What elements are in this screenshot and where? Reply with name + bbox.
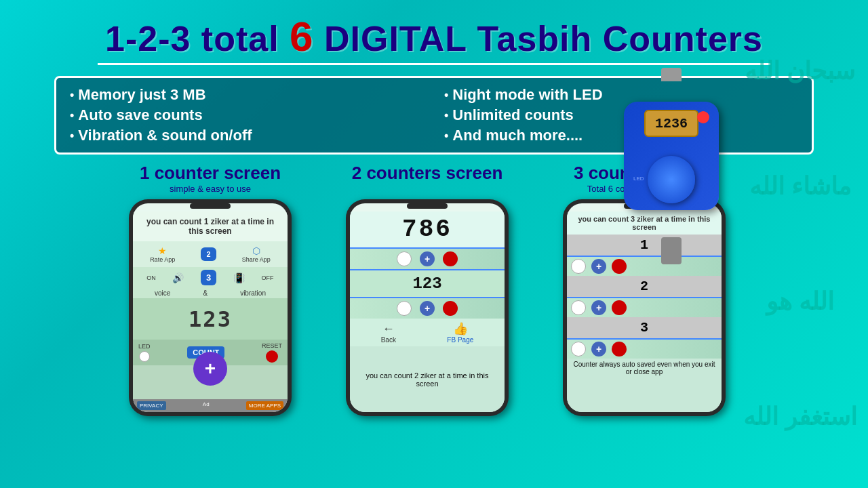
screen3-white-circle-3[interactable]	[571, 342, 586, 357]
title-underline	[98, 63, 770, 65]
screen3-display-3: 3	[567, 317, 722, 338]
privacy-button[interactable]: PRIVACY	[137, 401, 166, 410]
device-count-button[interactable]	[648, 156, 695, 203]
screen2-row1: +	[350, 247, 505, 269]
screen3-number-2: 2	[567, 279, 722, 294]
feature-text-1: Memory just 3 MB	[78, 86, 205, 104]
plus-button[interactable]: +	[193, 352, 227, 386]
led-label: LED	[138, 343, 151, 350]
screen2-plus-btn-2[interactable]: +	[420, 301, 435, 316]
screen3-plus-btn-3[interactable]: +	[591, 342, 606, 357]
feature-text-3: Vibration & sound on/off	[78, 127, 252, 144]
on-label: ON	[146, 274, 156, 281]
bullet-6: •	[444, 129, 448, 143]
vibration-icon: 📳	[233, 272, 245, 283]
screen2-label-area: 2 counters screen	[319, 163, 536, 197]
more-apps-button[interactable]: MORE APPS	[246, 401, 283, 410]
screen3-row3: +	[567, 338, 722, 359]
screen1-container: you can count 1 ziker at a time in this …	[102, 199, 319, 416]
screen1-counter-value: 123	[189, 306, 232, 332]
vibration-number-btn[interactable]: 3	[201, 270, 216, 285]
feature-text-6: And much more....	[452, 127, 583, 144]
screen1-label: 1 counter screen	[102, 163, 319, 184]
feature-text-5: Unlimited counts	[452, 106, 573, 124]
title-part2: DIGITAL Tasbih Counters	[314, 19, 763, 58]
back-arrow-icon: ←	[382, 322, 395, 336]
screen3-display-2: 2	[567, 276, 722, 297]
screen1-number-btn[interactable]: 2	[201, 247, 216, 261]
screen2-caption: you can count 2 ziker at a time in this …	[350, 346, 505, 412]
screen3-row2: +	[567, 297, 722, 317]
feature-item-3: • Vibration & sound on/off	[70, 127, 424, 144]
device-reset-button[interactable]	[697, 111, 709, 123]
screen2-second-num-row: 123	[350, 269, 505, 297]
rate-star-icon: ★	[158, 245, 167, 256]
screen2-plus-btn-1[interactable]: +	[420, 251, 435, 266]
screen1-voice-row: voice & vibration	[133, 288, 288, 298]
app-title: 1-2-3 total 6 DIGITAL Tasbih Counters	[14, 12, 854, 60]
fb-button[interactable]: 👍 FB Page	[447, 321, 473, 344]
screen2-label: 2 counters screen	[319, 163, 536, 184]
phone-frame-2: 786 + 123 +	[346, 199, 509, 416]
screen3-white-circle-1[interactable]	[571, 259, 586, 274]
device-strap	[661, 237, 682, 264]
arabic-text-4: استغفر الله	[743, 402, 857, 431]
screen1-plus-area: +	[133, 365, 288, 399]
bullet-1: •	[70, 88, 74, 102]
screen2-row2: +	[350, 297, 505, 319]
arabic-text-1: سبحان الله	[745, 56, 855, 85]
led-circle[interactable]	[139, 351, 150, 362]
screen3-plus-btn-1[interactable]: +	[591, 259, 606, 274]
counter-device: 1236 LED COUNT	[610, 81, 732, 244]
screen2-white-circle-1[interactable]	[397, 251, 412, 266]
screen1-sound-area: ON 🔊 3 📳 OFF	[133, 267, 288, 288]
phone-notch-2	[407, 203, 448, 209]
screen2-bottom: ← Back 👍 FB Page	[350, 319, 505, 346]
phone-notch-1	[190, 203, 231, 209]
screen3-number-3: 3	[567, 320, 722, 336]
back-label: Back	[381, 336, 396, 344]
screen1-sublabel: simple & easy to use	[102, 184, 319, 194]
bullet-4: •	[444, 88, 448, 102]
reset-area: RESET	[262, 342, 282, 363]
title-part1: 1-2-3 total	[105, 19, 290, 58]
bullet-3: •	[70, 129, 74, 143]
screen3-row1: +	[567, 256, 722, 276]
screen3-plus-btn-2[interactable]: +	[591, 300, 606, 315]
reset-circle[interactable]	[266, 350, 278, 363]
back-button[interactable]: ← Back	[381, 322, 396, 344]
bullet-2: •	[70, 108, 74, 123]
device-body: 1236 LED COUNT	[624, 102, 719, 210]
screen1-counter-display: 123	[133, 298, 288, 340]
share-icon: ⬡	[252, 245, 260, 256]
screen3-red-circle-3[interactable]	[612, 342, 627, 357]
arabic-text-3: الله هو	[766, 287, 834, 316]
main-content: سبحان الله ماشاء الله الله هو استغفر الل…	[0, 0, 868, 488]
phone-screen-2: 786 + 123 +	[350, 203, 505, 412]
voice-label: voice	[155, 289, 170, 297]
screen3-red-circle-2[interactable]	[612, 300, 627, 315]
thumbs-up-icon: 👍	[453, 321, 468, 336]
screen3-red-circle-1[interactable]	[612, 259, 627, 274]
led-area: LED	[138, 343, 151, 362]
device-clip-top	[661, 68, 682, 81]
screen2-red-circle-1[interactable]	[443, 251, 458, 266]
screen2-red-circle-2[interactable]	[443, 301, 458, 316]
share-area: ⬡ Share App	[242, 245, 271, 263]
and-label: &	[203, 289, 208, 297]
screen1-label-area: 1 counter screen simple & easy to use	[102, 163, 319, 197]
screen3-auto-save-caption: Counter always auto saved even when you …	[567, 359, 722, 412]
rate-label: Rate App	[150, 256, 175, 263]
screen2-white-circle-2[interactable]	[397, 301, 412, 316]
ad-label: Ad	[203, 401, 210, 410]
screen2-top-number: 786	[354, 216, 500, 243]
off-label: OFF	[262, 274, 274, 281]
reset-label: RESET	[262, 342, 282, 349]
screen1-top-text: you can count 1 ziker at a time in this …	[133, 211, 288, 241]
sound-icon: 🔊	[172, 272, 184, 283]
device-led-label: LED	[633, 176, 644, 182]
screen3-white-circle-2[interactable]	[571, 300, 586, 315]
feature-item-1: • Memory just 3 MB	[70, 86, 424, 104]
phone-frame-1: you can count 1 ziker at a time in this …	[129, 199, 292, 416]
screen2-container: 786 + 123 +	[319, 199, 536, 416]
